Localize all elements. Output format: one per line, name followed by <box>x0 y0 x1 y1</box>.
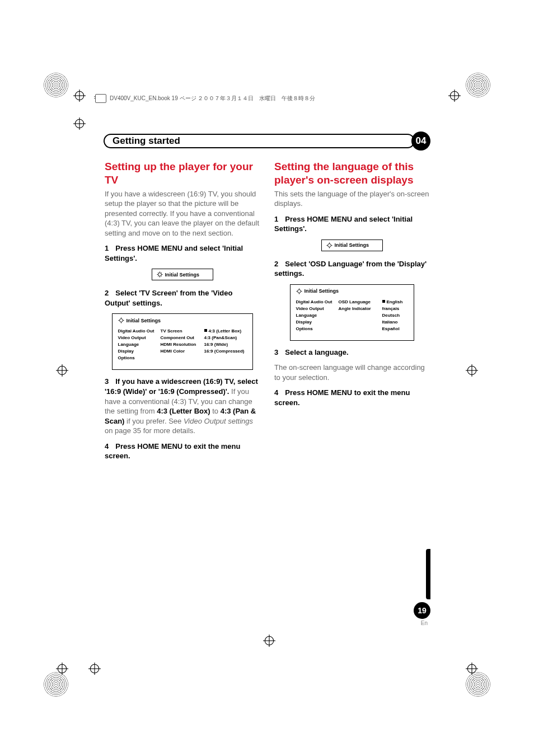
menu-option: Deutsch <box>382 312 408 319</box>
chapter-title: Getting started <box>113 135 180 147</box>
menu-item: TV Screen <box>161 328 200 335</box>
left-column: Setting up the player for your TV If you… <box>105 160 260 467</box>
menu-title: Initial Settings <box>305 288 339 294</box>
ui-video-output-menu: Initial Settings Digital Audio Out Video… <box>112 313 253 370</box>
registration-mark-icon <box>73 90 86 102</box>
menu-item: Options <box>118 355 156 361</box>
menu-item: Display <box>296 319 334 326</box>
menu-item: Video Output <box>296 306 334 312</box>
source-file-header: DV400V_KUC_EN.book 19 ページ ２００７年３月１４日 水曜日… <box>95 94 315 103</box>
menu-option: Español <box>382 326 408 332</box>
step-1: 1Press HOME MENU and select 'Initial Set… <box>274 214 429 234</box>
menu-item: Component Out <box>161 335 200 341</box>
registration-mark-icon <box>263 635 275 647</box>
menu-item: OSD Language <box>339 299 378 306</box>
step-3: 3Select a language. <box>274 348 429 358</box>
menu-item: Options <box>296 326 334 332</box>
right-column: Setting the language of this player's on… <box>274 160 429 467</box>
menu-option: 16:9 (Compressed) <box>204 348 247 355</box>
chapter-number-badge: 04 <box>411 132 430 151</box>
svg-point-36 <box>119 319 123 322</box>
step-1: 1Press HOME MENU and select 'Initial Set… <box>105 243 260 263</box>
print-ring <box>466 672 490 697</box>
ui-label: Initial Settings <box>335 242 369 248</box>
registration-mark-icon <box>466 364 478 377</box>
menu-option: 4:3 (Pan&Scan) <box>204 335 247 341</box>
svg-point-46 <box>297 289 301 293</box>
registration-mark-icon <box>56 364 68 377</box>
menu-option: 16:9 (Wide) <box>204 341 247 348</box>
menu-item: Digital Audio Out <box>118 328 156 335</box>
menu-item: HDMI Color <box>161 348 200 355</box>
gear-icon <box>326 242 332 248</box>
registration-mark-icon <box>73 118 86 130</box>
svg-line-33 <box>161 276 161 276</box>
registration-mark-icon <box>448 90 461 102</box>
step-3-body: The on-screen language will change accor… <box>274 363 429 382</box>
menu-item: Display <box>118 348 156 355</box>
menu-item: Video Output <box>118 335 156 341</box>
step-2: 2Select 'TV Screen' from the 'Video Outp… <box>105 288 260 308</box>
book-icon <box>95 94 106 103</box>
registration-mark-icon <box>466 663 478 675</box>
ui-osd-language-menu: Initial Settings Digital Audio Out Video… <box>290 284 414 341</box>
print-ring <box>466 73 490 97</box>
step-3: 3If you have a widescreen (16:9) TV, sel… <box>105 377 260 435</box>
menu-item: Language <box>296 312 334 319</box>
step-4: 4Press HOME MENU to exit the menu screen… <box>274 388 429 407</box>
menu-item: Language <box>118 341 156 348</box>
gear-icon <box>157 271 163 278</box>
menu-item: Angle Indicator <box>339 306 378 312</box>
svg-line-32 <box>158 273 158 273</box>
registration-mark-icon <box>88 663 101 675</box>
gear-icon <box>118 317 124 323</box>
svg-line-35 <box>158 276 158 276</box>
side-tab <box>426 549 430 599</box>
print-ring <box>44 672 68 697</box>
chapter-bar: Getting started 04 <box>104 134 430 148</box>
step-4: 4Press HOME MENU to exit the menu screen… <box>105 442 260 461</box>
source-file-text: DV400V_KUC_EN.book 19 ページ ２００７年３月１４日 水曜日… <box>110 95 315 102</box>
intro-paragraph: If you have a widescreen (16:9) TV, you … <box>105 189 260 238</box>
registration-mark-icon <box>56 663 68 675</box>
svg-point-27 <box>158 273 161 276</box>
menu-item: Digital Audio Out <box>296 299 334 306</box>
menu-option-selected: English <box>382 299 408 306</box>
svg-point-41 <box>327 243 331 247</box>
menu-option: français <box>382 306 408 312</box>
menu-title: Initial Settings <box>127 318 161 323</box>
page-language: En <box>421 620 428 626</box>
section-heading: Setting up the player for your TV <box>105 160 260 187</box>
gear-icon <box>296 288 302 294</box>
step-2: 2Select 'OSD Language' from the 'Display… <box>274 259 429 279</box>
ui-initial-settings-small: Initial Settings <box>152 269 213 280</box>
intro-paragraph: This sets the language of the player's o… <box>274 189 429 209</box>
menu-option: Italiano <box>382 319 408 326</box>
menu-option-selected: 4:3 (Letter Box) <box>204 328 247 335</box>
ui-label: Initial Settings <box>165 272 200 278</box>
ui-initial-settings-small: Initial Settings <box>321 240 383 251</box>
page-number-badge: 19 <box>414 602 430 619</box>
svg-line-34 <box>161 273 161 273</box>
menu-item: HDMI Resolution <box>161 341 200 348</box>
section-heading: Setting the language of this player's on… <box>274 160 429 187</box>
print-ring <box>44 73 68 97</box>
